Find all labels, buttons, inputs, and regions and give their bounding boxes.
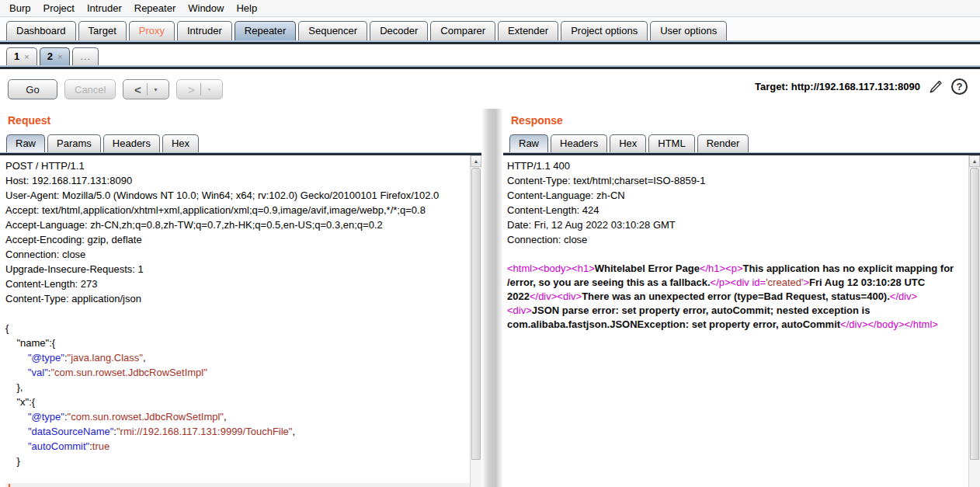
close-tab-icon[interactable]: × bbox=[57, 52, 62, 61]
text-segment bbox=[5, 367, 28, 378]
tab-dashboard[interactable]: Dashboard bbox=[6, 21, 76, 40]
text-segment: Accept: text/html,application/xhtml+xml,… bbox=[5, 204, 426, 216]
request-line: "@type":"com.sun.rowset.JdbcRowSetImpl", bbox=[5, 409, 469, 424]
request-tab-hex[interactable]: Hex bbox=[162, 134, 199, 152]
tab-decoder[interactable]: Decoder bbox=[370, 21, 428, 40]
response-tab-html[interactable]: HTML bbox=[648, 134, 694, 152]
request-line: Content-Length: 273 bbox=[5, 277, 469, 291]
text-segment bbox=[5, 440, 28, 452]
request-scrollbar[interactable]: ▲ bbox=[470, 155, 481, 487]
repeater-tab-label: 1 bbox=[14, 50, 19, 62]
tab-extender[interactable]: Extender bbox=[498, 21, 558, 40]
request-tab-raw[interactable]: Raw bbox=[6, 134, 45, 152]
forward-arrow-icon: > bbox=[188, 83, 195, 96]
text-segment bbox=[5, 426, 28, 437]
text-segment: } bbox=[5, 455, 20, 467]
repeater-tab-bar: 1×2×... bbox=[0, 44, 980, 65]
request-line: Accept-Language: zh-CN,zh;q=0.8,zh-TW;q=… bbox=[5, 217, 469, 232]
tab-repeater[interactable]: Repeater bbox=[235, 21, 296, 40]
text-segment: "@type" bbox=[28, 352, 64, 364]
tab-proxy[interactable]: Proxy bbox=[129, 21, 175, 40]
text-segment: , bbox=[292, 426, 295, 437]
response-viewer[interactable]: HTTP/1.1 400Content-Type: text/html;char… bbox=[503, 155, 980, 487]
text-cursor bbox=[9, 484, 10, 487]
text-segment bbox=[5, 411, 28, 423]
back-dropdown-icon[interactable]: ▼ bbox=[153, 87, 158, 92]
text-segment: Content-Type: text/html;charset=ISO-8859… bbox=[507, 175, 705, 186]
request-line: "name":{ bbox=[5, 336, 469, 350]
repeater-toolbar: Go Cancel < ▼ > ▼ Target: http://192.168… bbox=[0, 69, 980, 109]
request-title: Request bbox=[8, 114, 481, 127]
menu-item-project[interactable]: Project bbox=[36, 1, 80, 16]
request-line: "x":{ bbox=[5, 395, 469, 409]
response-line bbox=[507, 247, 968, 262]
button-separator bbox=[200, 83, 201, 96]
text-segment: <div> bbox=[507, 304, 532, 316]
menu-item-burp[interactable]: Burp bbox=[3, 1, 36, 16]
text-segment: Host: 192.168.117.131:8090 bbox=[5, 175, 132, 186]
scroll-up-arrow-icon[interactable]: ▲ bbox=[471, 155, 481, 167]
text-segment: Upgrade-Insecure-Requests: 1 bbox=[5, 263, 144, 275]
text-segment: </h1> bbox=[700, 263, 725, 274]
text-segment: { bbox=[5, 322, 9, 334]
tab-intruder[interactable]: Intruder bbox=[177, 21, 232, 40]
response-view-tabs: RawHeadersHexHTMLRender bbox=[503, 132, 980, 152]
text-segment: true bbox=[92, 440, 109, 452]
response-tab-render[interactable]: Render bbox=[697, 134, 749, 152]
cancel-button[interactable]: Cancel bbox=[64, 79, 116, 99]
forward-dropdown-icon[interactable]: ▼ bbox=[207, 87, 212, 92]
burp-repeater-window: BurpProjectIntruderRepeaterWindowHelp Da… bbox=[0, 0, 980, 487]
text-segment: POST / HTTP/1.1 bbox=[5, 160, 85, 172]
text-segment: </div> bbox=[890, 290, 917, 302]
response-tab-raw[interactable]: Raw bbox=[509, 134, 548, 152]
edit-target-pencil-icon[interactable] bbox=[928, 79, 944, 95]
request-line: } bbox=[5, 483, 481, 487]
tab-target[interactable]: Target bbox=[78, 21, 127, 40]
text-segment: Connection: close bbox=[5, 249, 85, 260]
panel-splitter[interactable] bbox=[481, 109, 503, 487]
repeater-tab-more[interactable]: ... bbox=[72, 47, 99, 65]
response-line: Date: Fri, 12 Aug 2022 03:10:28 GMT bbox=[507, 217, 968, 232]
menu-item-intruder[interactable]: Intruder bbox=[81, 1, 128, 16]
repeater-tab-2[interactable]: 2× bbox=[40, 47, 71, 65]
request-line bbox=[5, 468, 469, 483]
menu-item-repeater[interactable]: Repeater bbox=[128, 1, 182, 16]
request-line: User-Agent: Mozilla/5.0 (Windows NT 10.0… bbox=[5, 188, 469, 203]
request-line: } bbox=[5, 454, 469, 468]
request-editor[interactable]: POST / HTTP/1.1Host: 192.168.117.131:809… bbox=[0, 155, 481, 487]
forward-button[interactable]: > ▼ bbox=[176, 79, 223, 99]
go-button[interactable]: Go bbox=[8, 79, 57, 99]
tab-comparer[interactable]: Comparer bbox=[430, 21, 495, 40]
text-segment: Accept-Language: zh-CN,zh;q=0.8,zh-TW;q=… bbox=[5, 219, 383, 231]
request-line: { bbox=[5, 321, 469, 336]
close-tab-icon[interactable]: × bbox=[24, 52, 29, 61]
scrollbar-thumb[interactable] bbox=[471, 168, 481, 460]
text-segment: JSON parse error: set property error, au… bbox=[507, 304, 870, 330]
text-segment: <div id= bbox=[731, 277, 766, 288]
scroll-up-arrow-icon[interactable]: ▲ bbox=[969, 155, 980, 167]
response-line: Connection: close bbox=[507, 232, 968, 247]
repeater-tab-1[interactable]: 1× bbox=[6, 47, 37, 65]
text-segment: Content-Length: 424 bbox=[507, 204, 599, 216]
request-tab-headers[interactable]: Headers bbox=[103, 134, 160, 152]
text-segment: <html> bbox=[507, 263, 538, 274]
response-line: Content-Length: 424 bbox=[507, 203, 968, 217]
menu-item-window[interactable]: Window bbox=[182, 1, 230, 16]
text-segment: </div> bbox=[530, 290, 557, 302]
response-tab-headers[interactable]: Headers bbox=[551, 134, 607, 152]
help-icon[interactable]: ? bbox=[951, 78, 968, 95]
menu-item-help[interactable]: Help bbox=[230, 1, 263, 16]
request-tab-params[interactable]: Params bbox=[47, 134, 101, 152]
action-buttons: Go Cancel < ▼ > ▼ bbox=[8, 79, 223, 99]
tab-user-options[interactable]: User options bbox=[650, 21, 727, 40]
text-segment: Connection: close bbox=[507, 234, 587, 245]
response-tab-hex[interactable]: Hex bbox=[610, 134, 646, 152]
response-scrollbar[interactable]: ▲ bbox=[968, 155, 980, 487]
back-button[interactable]: < ▼ bbox=[123, 79, 169, 99]
request-view-tabs: RawParamsHeadersHex bbox=[0, 132, 481, 152]
request-line: "val":"com.sun.rowset.JdbcRowSetImpl" bbox=[5, 365, 469, 380]
tab-sequencer[interactable]: Sequencer bbox=[298, 21, 367, 40]
text-segment: <div> bbox=[557, 290, 582, 302]
scrollbar-thumb[interactable] bbox=[970, 168, 979, 460]
tab-project-options[interactable]: Project options bbox=[561, 21, 648, 40]
